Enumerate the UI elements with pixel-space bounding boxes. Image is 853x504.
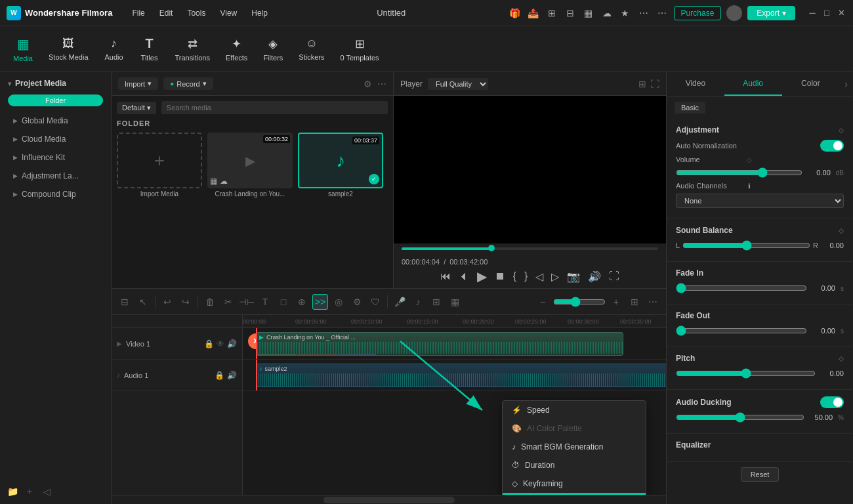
fade-out-slider[interactable] xyxy=(676,326,807,336)
music-button[interactable]: ♪ xyxy=(410,294,426,310)
zoom-in-button[interactable]: + xyxy=(608,294,624,310)
sidebar-item-global-media[interactable]: ▶ Global Media xyxy=(0,112,111,130)
apps-icon[interactable]: ⋯ xyxy=(637,7,650,20)
video-clip-1[interactable]: ▶ Crash Landing on You _ Official ... 👤 xyxy=(256,332,623,356)
sound-balance-keyframe-icon[interactable]: ◇ xyxy=(839,227,844,234)
menu-view[interactable]: View xyxy=(213,6,243,20)
ctx-keyframing[interactable]: ◇ Keyframing xyxy=(503,474,646,493)
layout-icon[interactable]: ⊞ xyxy=(545,7,558,20)
volume-preview-icon[interactable]: 🔊 xyxy=(588,270,601,283)
fullscreen-icon[interactable]: ⛶ xyxy=(650,79,659,89)
star-icon[interactable]: ★ xyxy=(619,7,632,20)
ctx-auto-sync[interactable]: ↻ Auto Synchronization xyxy=(503,493,646,495)
tab-video[interactable]: Video xyxy=(667,72,724,96)
gift-icon[interactable]: 🎁 xyxy=(509,7,522,20)
play-button[interactable]: ▶ xyxy=(477,268,487,284)
transform-button[interactable]: ⊕ xyxy=(294,294,310,310)
media-lib-button[interactable]: ⊞ xyxy=(428,294,444,310)
toolbar-stickers[interactable]: ☺ Stickers xyxy=(292,33,331,65)
collapse-panel-icon[interactable]: ◁ xyxy=(39,484,54,499)
auto-normalization-toggle[interactable] xyxy=(820,140,844,152)
prev-frame-button[interactable]: ◁ xyxy=(535,270,543,283)
fullscreen-preview-icon[interactable]: ⛶ xyxy=(609,270,619,282)
settings-button[interactable]: ⚙ xyxy=(349,294,365,310)
ctx-speed[interactable]: ⚡ Speed xyxy=(503,401,646,419)
more-icon[interactable]: ⋯ xyxy=(655,7,669,20)
cut-button[interactable]: ✂ xyxy=(220,294,236,310)
text-button[interactable]: T xyxy=(257,294,273,310)
adjustment-keyframe-icon[interactable]: ◇ xyxy=(839,127,844,134)
grid3-icon[interactable]: ▦ xyxy=(582,7,595,20)
toolbar-filters[interactable]: ◈ Filters xyxy=(257,33,289,66)
forward-button[interactable]: >> xyxy=(312,294,328,310)
timeline-scroll-thumb[interactable] xyxy=(323,497,455,503)
layout-preview-icon[interactable]: ⊞ xyxy=(638,79,646,89)
minimize-button[interactable]: ─ xyxy=(807,8,818,18)
ctx-duration[interactable]: ⏱ Duration xyxy=(503,456,646,474)
export-button[interactable]: Export ▾ xyxy=(747,6,795,20)
split-button[interactable]: ⊣⊢ xyxy=(239,294,255,310)
snap-button[interactable]: ⊟ xyxy=(117,294,133,310)
record-button[interactable]: ● Record ▾ xyxy=(163,77,213,90)
audio-ducking-slider[interactable] xyxy=(676,412,804,423)
eye-off-icon[interactable]: 👁 xyxy=(217,339,224,348)
rewind-button[interactable]: ⏮ xyxy=(440,270,451,282)
reset-button[interactable]: Reset xyxy=(741,467,780,482)
close-button[interactable]: ✕ xyxy=(836,8,846,18)
toolbar-transitions[interactable]: ⇄ Transitions xyxy=(169,33,217,66)
audio-clip-1[interactable]: ♪ sample2 xyxy=(256,364,666,387)
import-button[interactable]: Import ▾ xyxy=(118,77,158,90)
mark-out-button[interactable]: } xyxy=(524,270,528,282)
search-input[interactable] xyxy=(161,101,388,114)
ctx-ai-color[interactable]: 🎨 AI Color Palette xyxy=(503,419,646,438)
snapshot-icon[interactable]: 📷 xyxy=(567,270,580,283)
new-folder-icon[interactable]: 📁 xyxy=(5,484,20,499)
menu-edit[interactable]: Edit xyxy=(153,6,180,20)
add-media-icon[interactable]: ＋ xyxy=(22,484,37,499)
add-media-box[interactable]: + xyxy=(117,133,202,188)
audio-ducking-toggle[interactable] xyxy=(820,396,844,408)
redo-button[interactable]: ↪ xyxy=(178,294,194,310)
audio-lock-icon[interactable]: 🔒 xyxy=(215,371,224,380)
undo-button[interactable]: ↩ xyxy=(159,294,175,310)
preview-scrubber[interactable] xyxy=(488,245,495,251)
preview-progress-bar[interactable] xyxy=(402,247,658,250)
menu-tools[interactable]: Tools xyxy=(180,6,212,20)
shield-button[interactable]: 🛡 xyxy=(367,294,383,310)
audio-thumb-1[interactable]: 00:03:37 ♪ ✓ sample2 xyxy=(298,133,383,198)
share-icon[interactable]: 📤 xyxy=(527,7,540,20)
zoom-slider[interactable] xyxy=(553,297,606,307)
more-tl-button[interactable]: ⋯ xyxy=(645,294,661,310)
delete-button[interactable]: 🗑 xyxy=(202,294,218,310)
toolbar-audio[interactable]: ♪ Audio xyxy=(98,33,131,65)
sort-button[interactable]: Default ▾ xyxy=(117,102,156,114)
lock-icon[interactable]: 🔒 xyxy=(204,339,214,348)
ctx-smart-bgm[interactable]: ♪ Smart BGM Generation xyxy=(503,438,646,456)
toolbar-templates[interactable]: ⊞ 0 Templates xyxy=(333,33,385,66)
audio-speaker-icon[interactable]: 🔊 xyxy=(227,371,237,380)
toolbar-stock-media[interactable]: 🖼 Stock Media xyxy=(42,33,95,65)
frame-back-button[interactable]: ⏴ xyxy=(459,270,469,282)
menu-file[interactable]: File xyxy=(125,6,151,20)
sound-balance-slider[interactable] xyxy=(682,240,810,251)
grid-toggle-button[interactable]: ⊞ xyxy=(627,294,642,310)
toolbar-effects[interactable]: ✦ Effects xyxy=(219,33,254,66)
maximize-button[interactable]: □ xyxy=(822,8,832,18)
video-thumb-box-1[interactable]: 00:00:32 ▶ ▦ ☁ xyxy=(207,133,293,188)
import-media-thumb[interactable]: + Import Media xyxy=(117,133,202,198)
toolbar-titles[interactable]: T Titles xyxy=(133,32,166,66)
sidebar-item-compound-clip[interactable]: ▶ Compound Clip xyxy=(0,185,111,203)
cloud-icon[interactable]: ☁ xyxy=(600,7,614,20)
purchase-button[interactable]: Purchase xyxy=(674,6,722,20)
motion-button[interactable]: ◎ xyxy=(331,294,346,310)
filter-icon[interactable]: ⚙ xyxy=(364,79,372,89)
tab-more-icon[interactable]: › xyxy=(839,72,853,96)
more-media-icon[interactable]: ⋯ xyxy=(377,79,386,89)
sidebar-item-influence-kit[interactable]: ▶ Influence Kit xyxy=(0,148,111,167)
volume-keyframe-icon[interactable]: ◇ xyxy=(747,156,752,163)
folder-button[interactable]: Folder xyxy=(8,94,103,106)
speaker-icon[interactable]: 🔊 xyxy=(227,339,237,348)
video-thumb-1[interactable]: 00:00:32 ▶ ▦ ☁ Crash Landing on You... xyxy=(207,133,293,198)
crop-button[interactable]: □ xyxy=(276,294,291,310)
stop-button[interactable]: ⏹ xyxy=(495,270,505,282)
